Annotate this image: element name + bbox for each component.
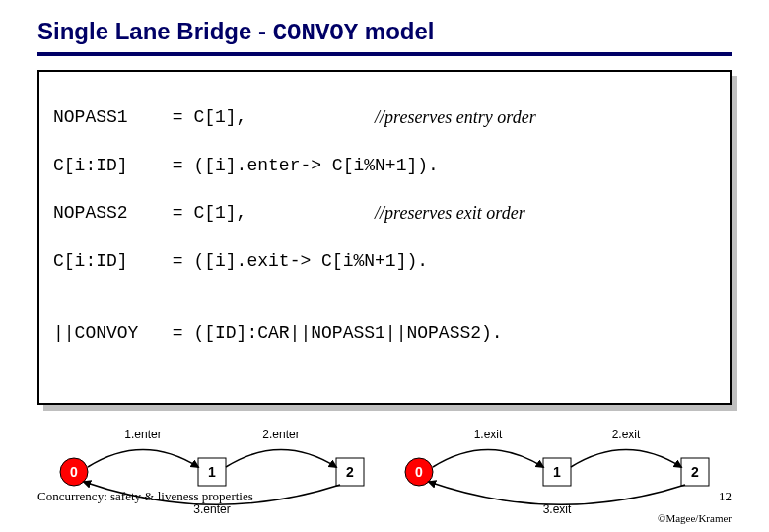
title-post: model xyxy=(358,18,434,44)
node-2b: 2 xyxy=(691,464,699,480)
node-1: 1 xyxy=(208,464,216,480)
code-l3-lhs: NOPASS2 xyxy=(53,201,162,225)
node-0b: 0 xyxy=(415,464,423,480)
code-l4-lhs: C[i:ID] xyxy=(53,249,162,273)
edge-2exit: 2.exit xyxy=(612,428,641,441)
code-l5: = ([ID]:CAR||NOPASS1||NOPASS2). xyxy=(162,321,503,345)
code-l4a: = ([i]. xyxy=(162,249,246,273)
code-l1-cmt: //preserves entry order xyxy=(375,105,536,129)
footer-left: Concurrency: safety & liveness propertie… xyxy=(37,489,253,504)
edge-2enter: 2.enter xyxy=(262,428,299,441)
code-l2-kw: enter xyxy=(246,154,300,177)
title-underline xyxy=(37,52,732,56)
code-l4-kw: exit xyxy=(246,249,289,273)
code-l5-lhs: ||CONVOY xyxy=(53,321,162,345)
code-l3-cmt: //preserves exit order xyxy=(375,201,525,225)
node-2: 2 xyxy=(346,464,354,480)
code-l2a: = ([i]. xyxy=(162,154,246,177)
code-l2b: -> C[i%N+1]). xyxy=(300,154,438,177)
title-mono: CONVOY xyxy=(273,20,358,46)
slide-title: Single Lane Bridge - CONVOY model xyxy=(37,18,732,46)
code-l2-lhs: C[i:ID] xyxy=(53,154,162,177)
credit: ©Magee/Kramer xyxy=(658,512,732,524)
node-0: 0 xyxy=(70,464,78,480)
code-l1a: = C[1], xyxy=(162,105,375,129)
code-block: NOPASS1 = C[1], //preserves entry order … xyxy=(37,70,732,405)
edge-1enter: 1.enter xyxy=(124,428,161,441)
title-pre: Single Lane Bridge - xyxy=(37,18,273,44)
code-box: NOPASS1 = C[1], //preserves entry order … xyxy=(37,70,732,405)
node-1b: 1 xyxy=(553,464,561,480)
footer: Concurrency: safety & liveness propertie… xyxy=(37,489,732,504)
code-l4b: -> C[i%N+1]). xyxy=(290,249,428,273)
page-number: 12 xyxy=(719,489,732,504)
code-l1-lhs: NOPASS1 xyxy=(53,105,162,129)
code-l3a: = C[1], xyxy=(162,201,375,225)
edge-1exit: 1.exit xyxy=(474,428,503,441)
